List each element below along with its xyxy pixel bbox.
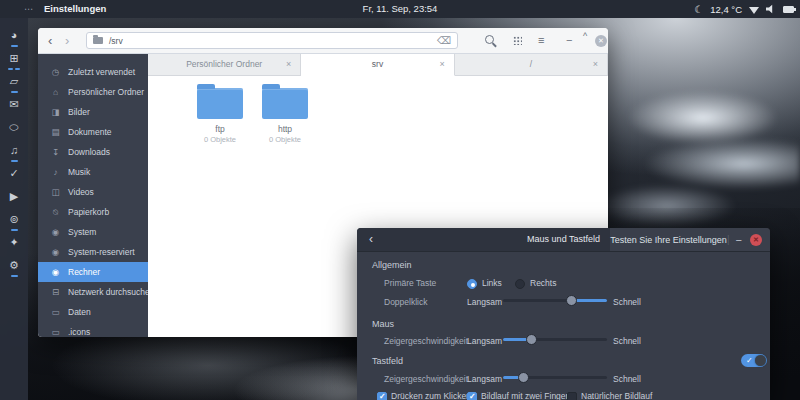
- double-click-slider[interactable]: [503, 295, 607, 306]
- chat-icon: ⬭: [0, 117, 28, 137]
- battery-icon: [783, 6, 794, 13]
- tab-persoenlicher-ordner[interactable]: Persönlicher Ordner ×: [148, 54, 301, 76]
- radio-links[interactable]: [467, 279, 477, 289]
- sidebar-item-videos[interactable]: ◫ Videos: [38, 182, 148, 202]
- music-icon: ♫: [0, 140, 28, 160]
- settings-icon: ⚙: [0, 255, 28, 275]
- dock-item-video-player[interactable]: ▶: [0, 186, 28, 209]
- touchpad-toggle[interactable]: [741, 354, 767, 367]
- checkbox-natuerlicher-bildlauf[interactable]: [567, 392, 577, 400]
- dock-item-files[interactable]: ▱: [0, 71, 28, 94]
- status-area[interactable]: ☾ 12,4 °C: [694, 0, 794, 18]
- network-icon: ⊟: [50, 287, 61, 297]
- dock-item-chat[interactable]: ⬭: [0, 117, 28, 140]
- top-bar: ⋯ Einstellungen Fr, 11. Sep, 23:54 ☾ 12,…: [0, 0, 800, 18]
- sidebar-item-bilder[interactable]: ◨ Bilder: [38, 102, 148, 122]
- maximize-button[interactable]: ^: [583, 31, 587, 41]
- test-settings-button[interactable]: Testen Sie Ihre Einstellungen: [610, 235, 727, 245]
- photos-icon: ✦: [0, 232, 28, 252]
- double-click-label: Doppelklick: [384, 297, 427, 307]
- slider-handle[interactable]: [526, 334, 537, 345]
- window-title: Maus und Tastfeld: [527, 228, 600, 251]
- back-button[interactable]: ‹: [48, 28, 52, 53]
- folder-http[interactable]: http 0 Objekte: [253, 84, 317, 144]
- files-sidebar: ◷ Zuletzt verwendet ⌂ Persönlicher Ordne…: [38, 54, 148, 337]
- header-separator: |: [727, 234, 730, 245]
- tab-root[interactable]: / ×: [455, 54, 608, 76]
- minimize-button[interactable]: −: [566, 28, 572, 52]
- tab-close-icon[interactable]: ×: [286, 54, 291, 75]
- folder-icon: [262, 88, 308, 119]
- dock-item-media-player[interactable]: ◕: [0, 25, 28, 48]
- checkbox-bildlauf-zwei-finger[interactable]: [467, 392, 477, 400]
- sidebar-item-netzwerk[interactable]: ⊟ Netzwerk durchsuchen: [38, 282, 148, 302]
- tab-bar: Persönlicher Ordner × srv × / ×: [148, 54, 608, 76]
- back-button[interactable]: ‹: [369, 228, 373, 251]
- sidebar-item-system-reserviert[interactable]: ◉ System-reserviert: [38, 242, 148, 262]
- sidebar-item-icons[interactable]: ▭ .icons: [38, 322, 148, 337]
- grid-view-icon[interactable]: [513, 36, 522, 45]
- minimize-button[interactable]: −: [736, 234, 742, 246]
- system-tools-icon: ⊚: [0, 209, 28, 229]
- tab-close-icon[interactable]: ×: [439, 54, 444, 75]
- settings-window: ‹ Maus und Tastfeld Testen Sie Ihre Eins…: [357, 228, 770, 400]
- mouse-speed-slider[interactable]: [503, 334, 607, 345]
- video-player-icon: ▶: [0, 186, 28, 206]
- dock-item-mail[interactable]: ✉: [0, 94, 28, 117]
- sidebar-item-downloads[interactable]: ↧ Downloads: [38, 142, 148, 162]
- sidebar-item-papierkorb[interactable]: ⍉ Papierkorb: [38, 202, 148, 222]
- folder-icon: [93, 37, 103, 44]
- slider-handle[interactable]: [518, 372, 529, 383]
- sidebar-item-dokumente[interactable]: ▤ Dokumente: [38, 122, 148, 142]
- mouse-speed-label: Zeigergeschwindigkeit: [384, 336, 468, 346]
- tab-label: /: [455, 54, 607, 75]
- sidebar-item-persoenlicher-ordner[interactable]: ⌂ Persönlicher Ordner: [38, 82, 148, 102]
- dock-item-music[interactable]: ♫: [0, 140, 28, 163]
- sidebar-item-system[interactable]: ◉ System: [38, 222, 148, 242]
- folder-ftp[interactable]: ftp 0 Objekte: [188, 84, 252, 144]
- weather-icon: ☾: [694, 4, 703, 15]
- clock[interactable]: Fr, 11. Sep, 23:54: [0, 0, 800, 18]
- close-button[interactable]: ✕: [750, 234, 762, 246]
- downloads-icon: ↧: [50, 147, 61, 157]
- dock-item-photos[interactable]: ✦: [0, 232, 28, 255]
- section-tastfeld: Tastfeld: [372, 356, 403, 366]
- files-toolbar: ‹ › /srv ⌫ ≡ − ^ ✕: [38, 28, 608, 54]
- videos-icon: ◫: [50, 187, 61, 197]
- sidebar-item-zuletzt-verwendet[interactable]: ◷ Zuletzt verwendet: [38, 62, 148, 82]
- recent-icon: ◷: [50, 67, 61, 77]
- clear-path-icon[interactable]: ⌫: [437, 35, 451, 46]
- mail-icon: ✉: [0, 94, 28, 114]
- dock-item-workspaces[interactable]: ⊞: [0, 48, 28, 71]
- search-icon[interactable]: [485, 35, 494, 44]
- wifi-icon: [749, 7, 759, 14]
- volume-icon: [766, 4, 776, 14]
- slider-handle[interactable]: [566, 295, 577, 306]
- menu-icon[interactable]: ≡: [538, 28, 544, 53]
- trash-icon: ⍉: [50, 207, 61, 218]
- close-button[interactable]: ✕: [595, 35, 607, 47]
- settings-header: ‹ Maus und Tastfeld Testen Sie Ihre Eins…: [357, 228, 770, 252]
- touchpad-speed-slider[interactable]: [503, 372, 607, 383]
- tab-label: Persönlicher Ordner: [148, 54, 300, 75]
- folder-icon: [197, 88, 243, 119]
- dock-item-settings[interactable]: ⚙: [0, 255, 28, 278]
- folder-icon: ▭: [50, 327, 61, 337]
- files-icon: ▱: [0, 71, 28, 91]
- dock-item-system-tools[interactable]: ⊚: [0, 209, 28, 232]
- sidebar-item-daten[interactable]: ▭ Daten: [38, 302, 148, 322]
- home-icon: ⌂: [50, 87, 61, 97]
- tab-close-icon[interactable]: ×: [593, 54, 598, 75]
- sidebar-item-musik[interactable]: ♪ Musik: [38, 162, 148, 182]
- pictures-icon: ◨: [50, 107, 61, 117]
- temperature: 12,4 °C: [710, 4, 742, 15]
- forward-button[interactable]: ›: [65, 28, 69, 53]
- tab-label: srv: [301, 54, 453, 75]
- dock-item-tasks[interactable]: ✓: [0, 163, 28, 186]
- checkbox-druecken-zum-klicken[interactable]: [377, 392, 387, 400]
- tab-srv[interactable]: srv ×: [301, 54, 454, 76]
- radio-rechts[interactable]: [515, 279, 525, 289]
- computer-icon: ◉: [50, 267, 61, 277]
- path-field[interactable]: /srv ⌫: [86, 32, 458, 49]
- sidebar-item-rechner[interactable]: ◉ Rechner: [38, 262, 148, 282]
